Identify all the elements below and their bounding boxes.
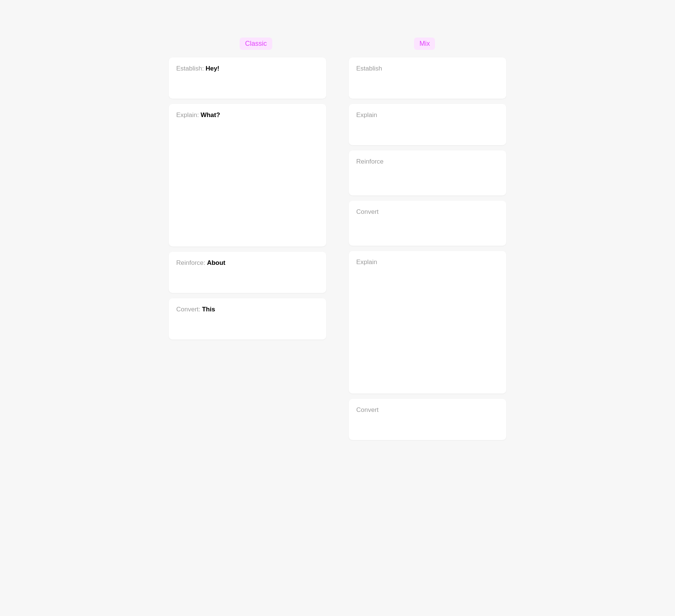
right-convert2-card: Convert	[349, 399, 506, 440]
right-convert2-label: Convert	[356, 406, 379, 413]
right-explain2-card: Explain	[349, 251, 506, 394]
right-explain-card: Explain	[349, 104, 506, 145]
right-column: Establish Explain Reinforce Convert Expl…	[349, 57, 506, 440]
left-column: Establish: Hey! Explain: What? Reinforce…	[169, 57, 326, 440]
left-establish-card: Establish: Hey!	[169, 57, 326, 99]
mix-tab[interactable]: Mix	[414, 38, 435, 50]
right-reinforce-card: Reinforce	[349, 150, 506, 195]
left-convert-value: This	[202, 306, 215, 313]
left-reinforce-value: About	[207, 259, 225, 266]
left-convert-card: Convert: This	[169, 298, 326, 340]
left-establish-value: Hey!	[206, 65, 219, 72]
right-explain-label: Explain	[356, 111, 377, 119]
left-reinforce-card: Reinforce: About	[169, 252, 326, 293]
left-establish-label: Establish:	[176, 65, 204, 72]
left-explain-value: What?	[201, 111, 220, 119]
right-convert1-label: Convert	[356, 208, 379, 215]
left-explain-label: Explain:	[176, 111, 199, 119]
right-reinforce-label: Reinforce	[356, 158, 384, 165]
right-convert1-card: Convert	[349, 201, 506, 246]
classic-tab[interactable]: Classic	[240, 38, 272, 50]
columns-header: Classic Mix	[169, 38, 506, 50]
page-container: Classic Mix Establish: Hey! Explain: Wha…	[169, 38, 506, 440]
left-explain-card: Explain: What?	[169, 104, 326, 246]
left-convert-label: Convert:	[176, 306, 200, 313]
columns: Establish: Hey! Explain: What? Reinforce…	[169, 57, 506, 440]
right-establish-label: Establish	[356, 65, 382, 72]
right-explain2-label: Explain	[356, 258, 377, 266]
left-reinforce-label: Reinforce:	[176, 259, 205, 266]
right-establish-card: Establish	[349, 57, 506, 99]
